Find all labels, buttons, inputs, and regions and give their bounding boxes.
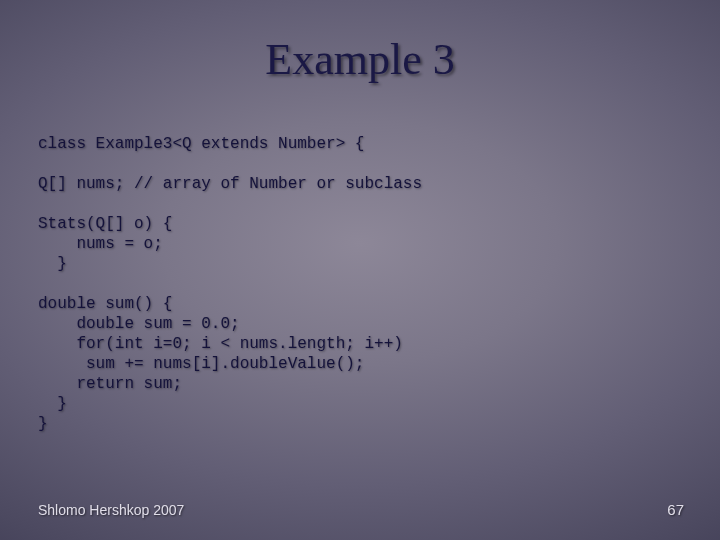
footer-author: Shlomo Hershkop 2007	[38, 502, 184, 518]
slide-number: 67	[667, 501, 684, 518]
slide-title: Example 3	[0, 34, 720, 85]
code-block: class Example3<Q extends Number> { Q[] n…	[38, 134, 682, 434]
